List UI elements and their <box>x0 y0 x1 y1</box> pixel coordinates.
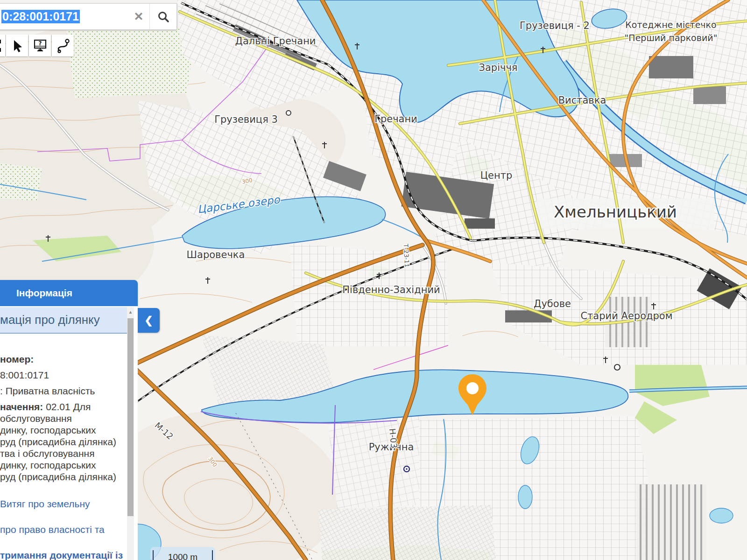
clear-search-icon[interactable]: ✕ <box>128 10 149 23</box>
scale-tick-right <box>212 550 213 560</box>
document-link[interactable]: Витяг про земельну <box>0 498 124 510</box>
parcel-attribute-row: динку, господарських <box>0 424 124 436</box>
parcel-attribute-row: : Приватна власність <box>0 385 124 397</box>
map-label: Котеджне містечко <box>625 20 716 30</box>
pointer-tool-button[interactable] <box>6 35 28 56</box>
map-label: Гречани <box>374 113 417 125</box>
identify-monitor-icon: ? <box>33 38 48 53</box>
map-label: Грузевиця 3 <box>214 114 278 125</box>
info-panel-body: мація про ділянку номер:8:001:0171: Прив… <box>0 306 138 560</box>
map-label: Виставка <box>558 95 606 106</box>
info-panel: Інформація мація про ділянку номер:8:001… <box>0 280 138 560</box>
parcel-attribute-row: 8:001:0171 <box>0 369 124 381</box>
info-panel-header: Інформація <box>0 280 138 306</box>
search-button[interactable] <box>149 4 176 29</box>
map-label: Грузевиця - 2 <box>520 20 590 31</box>
measure-icon <box>0 39 1 53</box>
document-link[interactable]: про право власності та <box>0 524 124 535</box>
parcel-attribute-row: обслуговування <box>0 413 124 424</box>
map-label: Дальні Гречани <box>235 35 316 47</box>
parcel-attribute-row: руд (присадибна ділянка) <box>0 471 124 483</box>
search-input-selected-text: 0:28:001:0171 <box>1 10 80 23</box>
svg-text:?: ? <box>38 40 42 47</box>
info-panel-title: Інформація <box>16 287 72 299</box>
measure-tool-button[interactable] <box>0 35 5 56</box>
map-label: Південно-Західний <box>342 284 440 295</box>
map-label: Старий Аеродром <box>580 310 672 322</box>
pointer-cursor-icon <box>10 39 24 53</box>
document-link[interactable]: тримання документації із <box>0 550 124 560</box>
map-toolbar: ? <box>0 35 74 56</box>
search-input[interactable]: 0:28:001:0171 <box>0 10 128 23</box>
map-stage: Дальні ГречаниГрузевиця - 2Котеджне міст… <box>0 0 747 560</box>
parcel-document-links: Витяг про земельнупро право власності та… <box>0 498 124 560</box>
map-label: Шаровечка <box>187 249 245 260</box>
parcel-attribute-row: начення: 02.01 Для <box>0 401 124 413</box>
map-scale-bar: 1000 m <box>150 547 215 560</box>
parcel-attribute-row: динку, господарських <box>0 459 124 471</box>
map-label: Дубове <box>534 298 571 309</box>
map-label: Центр <box>480 170 513 181</box>
search-bar: 0:28:001:0171 ✕ <box>0 3 177 30</box>
parcel-attribute-row: номер: <box>0 353 124 365</box>
map-label: Т-23-11 <box>402 243 411 267</box>
chevron-left-icon: ❮ <box>144 315 153 327</box>
parcel-attribute-row: тва і обслуговування <box>0 448 124 459</box>
map-label: "Перший парковий" <box>625 33 718 43</box>
route-icon <box>56 38 70 53</box>
scroll-up-icon[interactable]: ▲ <box>127 307 134 315</box>
parcel-attribute-rows: номер:8:001:0171: Приватна власністьначе… <box>0 353 124 483</box>
route-tool-button[interactable] <box>52 35 74 56</box>
identify-tool-button[interactable]: ? <box>29 35 51 56</box>
scrollbar-thumb[interactable] <box>127 318 134 516</box>
magnifier-icon <box>157 10 170 23</box>
map-label: Хмельницький <box>554 203 677 221</box>
map-label: Заріччя <box>479 62 518 73</box>
panel-collapse-button[interactable]: ❮ <box>138 308 160 333</box>
map-label: Н-03 <box>388 428 399 449</box>
scale-label: 1000 m <box>168 552 197 560</box>
parcel-attribute-row: руд (присадибна ділянка) <box>0 436 124 448</box>
scale-tick-left <box>153 550 154 560</box>
parcel-info-subheader: мація про ділянку <box>0 307 134 334</box>
panel-scrollbar[interactable]: ▲ <box>127 307 134 560</box>
